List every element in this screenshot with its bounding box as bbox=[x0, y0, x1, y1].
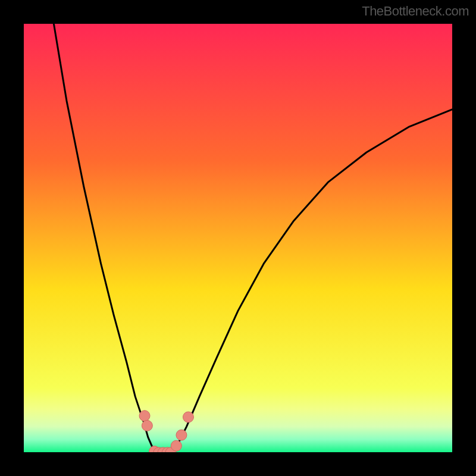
data-marker bbox=[142, 420, 152, 431]
gradient-background bbox=[24, 24, 452, 452]
data-marker bbox=[183, 412, 193, 422]
watermark-label: TheBottleneck.com bbox=[362, 4, 469, 19]
plot-area bbox=[24, 24, 452, 452]
data-marker bbox=[139, 411, 150, 421]
data-marker bbox=[176, 430, 187, 440]
data-marker bbox=[171, 440, 181, 451]
chart-container: TheBottleneck.com bbox=[0, 0, 476, 476]
